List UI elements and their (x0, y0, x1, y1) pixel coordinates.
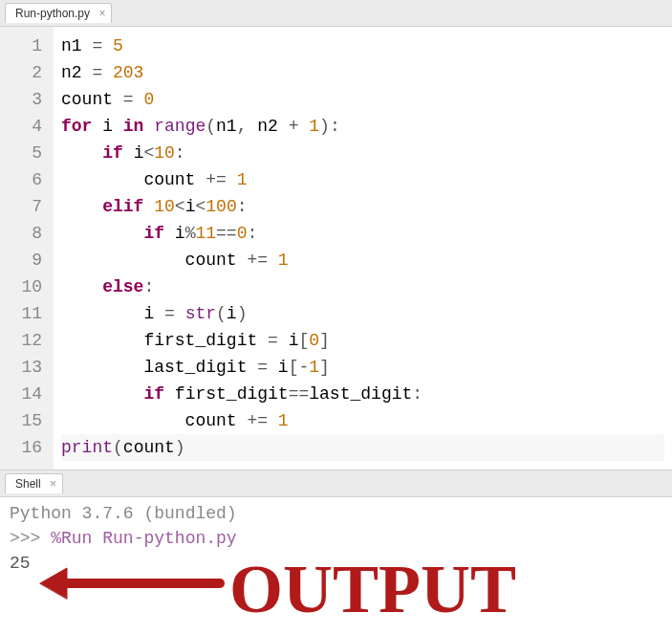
token-punc: : (330, 117, 340, 136)
token-kw: in (123, 117, 144, 136)
token-op: == (289, 384, 310, 404)
editor-tab[interactable]: Run-python.py × (5, 3, 112, 23)
token-name: i (185, 197, 196, 216)
token-name: count (123, 438, 175, 457)
token-op: + (278, 117, 309, 136)
code-line[interactable]: count += 1 (61, 166, 664, 193)
token-builtin: str (185, 304, 216, 323)
token-name: i (164, 224, 185, 243)
token-num: 10 (154, 197, 175, 216)
token-kw: if (143, 384, 164, 404)
shell-tab-bar: Shell × (0, 470, 672, 497)
code-line[interactable]: first_digit = i[0] (61, 327, 664, 354)
token-op: = (268, 331, 289, 350)
token-kw: for (61, 117, 92, 136)
line-number: 14 (8, 381, 42, 407)
token-name: n1 (61, 36, 82, 55)
shell-output[interactable]: Python 3.7.6 (bundled) >>> %Run Run-pyth… (0, 497, 672, 579)
line-number: 4 (8, 113, 42, 140)
token-name: i (123, 143, 144, 163)
token-name: last_digit (61, 358, 257, 377)
code-line[interactable]: count = 0 (61, 86, 664, 113)
token-op: - (298, 358, 309, 377)
token-paren: ) (319, 117, 330, 136)
code-line[interactable]: n2 = 203 (61, 59, 664, 86)
token-op: = (257, 358, 278, 377)
shell-panel: Shell × Python 3.7.6 (bundled) >>> %Run … (0, 470, 672, 634)
token-paren: ) (237, 304, 248, 323)
token-op: = (164, 304, 185, 323)
token-kw: if (143, 224, 164, 243)
token-paren: ( (113, 438, 123, 457)
shell-run-cmd: %Run Run-python.py (51, 529, 236, 548)
code-line[interactable]: count += 1 (61, 407, 664, 434)
shell-version-line: Python 3.7.6 (bundled) (10, 501, 662, 526)
token-name: count (61, 411, 247, 430)
token-kw: else (102, 277, 143, 296)
code-line[interactable]: elif 10<i<100: (61, 193, 664, 220)
token-name: count (61, 170, 206, 189)
token-punc: : (247, 224, 257, 243)
token-paren: ) (175, 438, 185, 457)
token-paren: ( (216, 304, 227, 323)
line-number: 6 (8, 166, 42, 193)
shell-tab[interactable]: Shell × (5, 473, 63, 493)
token-name: i (289, 331, 299, 350)
token-paren: ] (319, 358, 330, 377)
token-op: = (82, 36, 113, 55)
code-line[interactable]: else: (61, 273, 664, 300)
line-number: 3 (8, 86, 42, 113)
token-num: 0 (237, 224, 248, 243)
code-line[interactable]: if i%11==0: (61, 220, 664, 247)
token-num: 1 (278, 411, 289, 430)
token-num: 0 (143, 90, 154, 109)
code-line[interactable]: last_digit = i[-1] (61, 354, 664, 381)
token-num: 11 (195, 224, 216, 243)
line-number: 2 (8, 59, 42, 86)
line-number: 5 (8, 140, 42, 166)
token-name: last_digit (309, 384, 412, 404)
token-name (61, 224, 143, 243)
shell-tab-title: Shell (15, 477, 41, 491)
token-punc: : (143, 277, 154, 296)
token-num: 100 (206, 197, 236, 216)
token-num: 203 (113, 63, 143, 82)
token-num: 1 (237, 170, 248, 189)
code-line[interactable]: if first_digit==last_digit: (61, 381, 664, 407)
token-op: % (185, 224, 196, 243)
line-number: 15 (8, 407, 42, 434)
code-area[interactable]: n1 = 5n2 = 203count = 0for i in range(n1… (54, 27, 672, 470)
close-icon[interactable]: × (98, 7, 105, 20)
close-icon[interactable]: × (50, 477, 56, 491)
token-paren: ( (206, 117, 216, 136)
code-line[interactable]: if i<10: (61, 140, 664, 166)
editor-tab-bar: Run-python.py × (0, 0, 672, 27)
code-line[interactable]: i = str(i) (61, 300, 664, 327)
token-name (61, 197, 102, 216)
code-editor[interactable]: 12345678910111213141516 n1 = 5n2 = 203co… (0, 27, 672, 470)
token-builtin: range (154, 117, 206, 136)
token-num: 1 (309, 117, 319, 136)
token-punc: , (237, 117, 258, 136)
code-line[interactable]: n1 = 5 (61, 33, 664, 59)
code-line[interactable]: print(count) (61, 434, 664, 461)
token-name: i (92, 117, 122, 136)
shell-prompt: >>> (10, 529, 51, 548)
token-punc: : (175, 143, 185, 163)
token-num: 5 (113, 36, 123, 55)
token-name: i (278, 358, 289, 377)
token-name: n1 (216, 117, 237, 136)
token-name (61, 277, 102, 296)
token-name: i (61, 304, 164, 323)
line-number: 10 (8, 273, 42, 300)
token-op: += (247, 251, 277, 270)
token-num: 0 (309, 331, 319, 350)
token-builtin: print (61, 438, 113, 457)
token-op: < (195, 197, 206, 216)
token-op: == (216, 224, 237, 243)
token-op: += (206, 170, 236, 189)
token-kw: elif (102, 197, 143, 216)
code-line[interactable]: count += 1 (61, 247, 664, 273)
token-name (61, 143, 102, 163)
code-line[interactable]: for i in range(n1, n2 + 1): (61, 113, 664, 140)
